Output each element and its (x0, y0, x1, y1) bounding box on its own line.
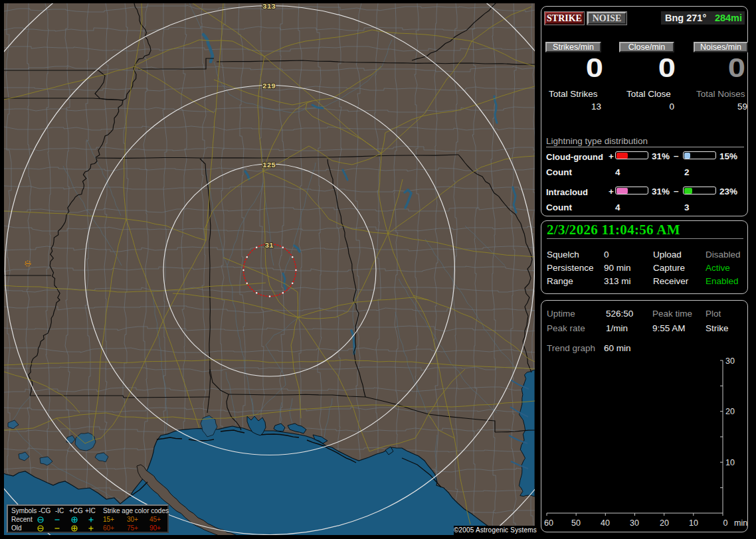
svg-text:10: 10 (689, 518, 698, 528)
svg-text:10: 10 (725, 458, 735, 467)
svg-text:50: 50 (571, 518, 581, 528)
svg-text:min: min (734, 518, 747, 528)
svg-text:40: 40 (601, 518, 610, 528)
svg-text:20: 20 (725, 407, 735, 416)
svg-text:313: 313 (262, 3, 276, 11)
svg-text:31: 31 (264, 242, 274, 250)
svg-text:125: 125 (262, 161, 276, 169)
svg-text:219: 219 (262, 82, 276, 90)
svg-text:0: 0 (723, 518, 728, 528)
svg-text:20: 20 (660, 518, 669, 528)
svg-text:60: 60 (544, 518, 553, 528)
svg-text:30: 30 (630, 518, 639, 528)
svg-text:30: 30 (725, 356, 735, 366)
